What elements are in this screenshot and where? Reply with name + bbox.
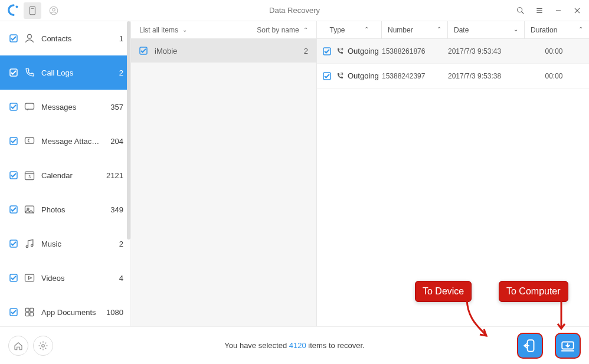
svg-point-28	[26, 245, 28, 247]
sidebar-item-label: Photos	[41, 205, 100, 214]
cell-duration: 00:00	[525, 47, 583, 55]
checkbox-icon[interactable]	[9, 171, 18, 179]
sidebar-item-messages[interactable]: Messages 357	[0, 90, 130, 124]
group-label: iMobie	[155, 47, 177, 55]
outgoing-call-icon	[336, 72, 344, 80]
sidebar-item-count: 349	[100, 205, 123, 214]
sidebar-item-label: Calendar	[41, 171, 100, 180]
column-label: Number	[388, 26, 413, 34]
svg-rect-36	[30, 313, 34, 316]
column-header-date[interactable]: Date ⌄	[448, 21, 525, 38]
checkbox-icon[interactable]	[9, 34, 18, 42]
close-button[interactable]	[570, 4, 584, 18]
checkbox-icon[interactable]	[9, 68, 18, 77]
checkbox-icon[interactable]	[9, 274, 18, 282]
app-logo	[7, 4, 20, 17]
home-button[interactable]	[8, 336, 28, 356]
column-label: Duration	[531, 26, 557, 34]
checkbox-icon[interactable]	[9, 308, 18, 316]
svg-rect-1	[30, 6, 35, 15]
sidebar-item-videos[interactable]: Videos 4	[0, 261, 130, 295]
svg-rect-35	[25, 313, 29, 316]
sidebar-item-message-attachments[interactable]: Message Attach... 204	[0, 124, 130, 158]
videos-icon	[24, 272, 35, 284]
sidebar-item-contacts[interactable]: Contacts 1	[0, 21, 130, 55]
svg-rect-33	[25, 308, 29, 311]
list-all-dropdown[interactable]: List all items ⌄	[139, 26, 187, 34]
cell-date: 2017/7/3 9:53:43	[448, 47, 525, 55]
mode-file-button[interactable]	[24, 2, 41, 19]
cell-date: 2017/7/3 9:53:38	[448, 72, 525, 80]
sidebar-item-label: Videos	[41, 274, 100, 283]
table-row[interactable]: Outgoing 15388261876 2017/7/3 9:53:43 00…	[317, 39, 589, 64]
checkbox-icon[interactable]	[9, 240, 18, 248]
sort-by-dropdown[interactable]: Sort by name ⌃	[257, 26, 308, 34]
menu-button[interactable]	[532, 4, 547, 18]
phone-icon	[24, 67, 35, 78]
mode-user-button[interactable]	[45, 2, 63, 19]
titlebar: Data Recovery	[0, 0, 589, 21]
list-all-label: List all items	[139, 26, 178, 34]
checkbox-icon[interactable]	[323, 47, 331, 55]
export-to-computer-button[interactable]	[555, 333, 581, 359]
cell-number: 15388242397	[382, 72, 448, 80]
sidebar-item-count: 2	[100, 68, 123, 77]
chevron-down-icon: ⌄	[182, 27, 187, 33]
svg-point-0	[15, 5, 18, 8]
window-title: Data Recovery	[269, 6, 320, 15]
callout-label: To Device	[423, 286, 464, 296]
attachment-icon	[24, 135, 35, 147]
settings-button[interactable]	[33, 336, 53, 356]
callout-label: To Computer	[506, 286, 561, 296]
sort-by-label: Sort by name	[257, 26, 299, 34]
checkbox-icon[interactable]	[139, 47, 148, 55]
svg-line-6	[522, 12, 523, 14]
group-item[interactable]: iMobie 2	[131, 39, 316, 63]
column-label: Date	[454, 26, 469, 34]
svg-point-4	[53, 8, 55, 11]
sidebar: Contacts 1 Call Logs 2 Messages 357	[0, 21, 131, 326]
callout-tail-icon	[464, 297, 487, 338]
sidebar-item-app-documents[interactable]: App Documents 1080	[0, 295, 130, 326]
search-button[interactable]	[513, 4, 528, 18]
sidebar-item-count: 357	[100, 103, 123, 112]
photos-icon	[24, 204, 35, 215]
export-to-device-button[interactable]	[517, 333, 543, 359]
column-header-type[interactable]: Type ⌃	[317, 21, 382, 38]
calendar-icon: 3	[24, 169, 35, 181]
callout-to-device: To Device	[415, 281, 472, 302]
sidebar-item-label: Contacts	[41, 34, 100, 43]
cell-type: Outgoing	[348, 47, 379, 55]
sidebar-item-photos[interactable]: Photos 349	[0, 192, 130, 227]
checkbox-icon[interactable]	[9, 137, 18, 145]
chevron-up-icon: ⌃	[578, 26, 583, 32]
table-row[interactable]: Outgoing 15388242397 2017/7/3 9:53:38 00…	[317, 64, 589, 88]
sidebar-item-count: 1080	[100, 308, 123, 317]
column-label: Type	[329, 26, 345, 34]
column-header-duration[interactable]: Duration ⌃	[525, 21, 589, 38]
sidebar-item-music[interactable]: Music 2	[0, 227, 130, 261]
sidebar-item-call-logs[interactable]: Call Logs 2	[0, 55, 130, 90]
sidebar-item-label: Music	[41, 240, 100, 248]
minimize-button[interactable]	[551, 4, 565, 18]
callout-tail-icon	[555, 299, 567, 335]
checkbox-icon[interactable]	[323, 72, 331, 80]
cell-number: 15388261876	[382, 47, 448, 55]
sidebar-item-calendar[interactable]: 3 Calendar 2121	[0, 158, 130, 192]
outgoing-call-icon	[336, 47, 344, 55]
sidebar-scrollbar[interactable]	[127, 21, 130, 240]
column-header-number[interactable]: Number ⌃	[382, 21, 448, 38]
checkbox-icon[interactable]	[9, 205, 18, 214]
svg-point-5	[518, 7, 522, 12]
sidebar-item-count: 1	[100, 34, 123, 43]
footer-count: 4120	[289, 341, 306, 350]
chevron-down-icon: ⌄	[513, 26, 518, 32]
messages-icon	[24, 101, 35, 113]
documents-icon	[24, 306, 35, 318]
checkbox-icon[interactable]	[9, 103, 18, 111]
sidebar-item-label: Message Attach...	[41, 137, 100, 146]
chevron-up-icon: ⌃	[437, 26, 441, 32]
sidebar-item-label: App Documents	[41, 308, 100, 317]
sidebar-item-count: 2	[100, 240, 123, 248]
sidebar-item-count: 2121	[100, 171, 123, 180]
